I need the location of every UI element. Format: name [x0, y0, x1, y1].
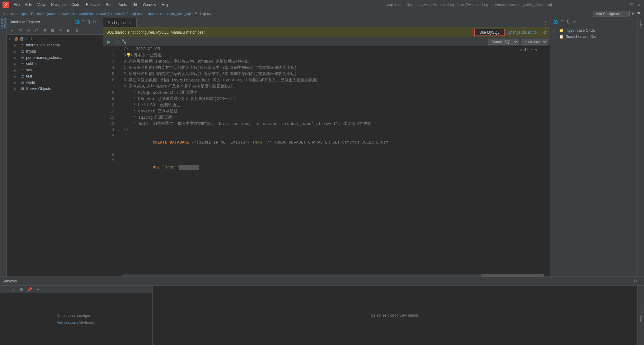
- db-filter2-btn[interactable]: ⊻: [73, 27, 80, 33]
- breadcrumb-desktop[interactable]: Desktop: [31, 12, 44, 16]
- rp-settings-icon[interactable]: ⚙: [572, 20, 576, 24]
- right-panel-header: 🌐 ☰ ⇅ ⚙ −: [550, 18, 637, 26]
- schema-icon2: 🗃: [20, 49, 25, 54]
- tab-close-button[interactable]: ×: [128, 21, 133, 25]
- code-line-17: 17 USE `shop`;________: [103, 158, 550, 177]
- code-line-10: 10 * HeidiSQL 已测试通过: [103, 102, 550, 108]
- add-service-anchor[interactable]: Add service: [57, 320, 76, 325]
- menu-item-run[interactable]: Run: [103, 2, 115, 8]
- code-line-8: 8 * MySQL Workbench 已测试通过: [103, 90, 550, 96]
- code-line-9: 9 * DBeaver 已测试通过(使用"执行SQL脚本(CTR+x)"): [103, 96, 550, 102]
- tree-test[interactable]: ▶ 🗃 test: [13, 73, 103, 79]
- files-strip[interactable]: Files: [637, 18, 644, 276]
- db-edit-btn[interactable]: ✎: [57, 27, 64, 33]
- menu-item-window[interactable]: Window: [140, 2, 159, 8]
- tree-information-schema[interactable]: ▶ 🗃 information_schema: [13, 42, 103, 48]
- close-button[interactable]: ×: [637, 2, 642, 7]
- db-refresh-btn[interactable]: ↺: [25, 27, 32, 33]
- db-new-btn[interactable]: +: [9, 27, 16, 33]
- right-tree-mysql-base[interactable]: ▶ 📁 mysql-base C:\Us: [550, 27, 637, 34]
- tab-more-button[interactable]: ⋮: [541, 21, 550, 25]
- db-explorer-icon[interactable]: Database Explorer: [1, 21, 6, 26]
- minimize-button[interactable]: −: [622, 2, 627, 7]
- maximize-button[interactable]: □: [629, 2, 634, 7]
- dialect-warning-bar: SQL dialect is not configured. MySQL, Ma…: [103, 27, 550, 37]
- breadcrumb-jupter[interactable]: jupter: [47, 12, 56, 16]
- breadcrumb-gxx[interactable]: gxx: [22, 12, 27, 16]
- breadcrumb-wonderful[interactable]: wonderful-sql-main(1): [79, 12, 112, 16]
- menu-item-edit[interactable]: Edit: [23, 2, 34, 8]
- wrench-button[interactable]: 🔧: [121, 39, 127, 45]
- services-pin[interactable]: 📌: [26, 286, 33, 292]
- bottom-panel: Services ⚙ − ↑ ↓ ⊞ 📌 + No services confi…: [0, 276, 644, 345]
- tree-sys[interactable]: ▶ 🗃 sys: [13, 67, 103, 73]
- breadcrumb-wonderful2[interactable]: wonderful-sql-main: [115, 12, 144, 16]
- db-sync-btn[interactable]: ⇄: [33, 27, 40, 33]
- h-scrollbar[interactable]: [122, 274, 544, 276]
- add-service-link[interactable]: Add service (Alt+Insert): [57, 320, 96, 325]
- db-tree: ▼ @ @localhost 7 ▶ 🗃 information_schema …: [7, 35, 103, 276]
- structure-strip[interactable]: Structure: [637, 286, 644, 345]
- rp-minimize-icon[interactable]: −: [579, 20, 581, 24]
- code-line-13: 13 * 命令行 测试未通过. 插入中文数据时提示" Data too long…: [103, 121, 550, 127]
- menu-item-navigate[interactable]: Navigate: [49, 2, 68, 8]
- db-split-icon[interactable]: ⇅: [87, 20, 91, 24]
- search-icon[interactable]: 🔍: [637, 12, 642, 16]
- code-editor[interactable]: 1 ▽ /* 2022.02.05 2 S💡L脚本的一些要点: 3 0.存储引擎…: [103, 46, 550, 276]
- db-settings-icon[interactable]: ⚙: [92, 20, 96, 24]
- breadcrumb-datawhale[interactable]: datawhale: [59, 12, 75, 16]
- db-table-btn[interactable]: ▦: [49, 27, 56, 33]
- add-configuration-button[interactable]: Add Configuration...: [593, 11, 630, 17]
- code-line-4: 4 1.所有表名所使用的英文字母都改为小写(后续章节中,SQL查询中的表名也需要…: [103, 65, 550, 71]
- menu-item-help[interactable]: Help: [159, 2, 172, 8]
- run-query-button[interactable]: ▶: [106, 39, 112, 45]
- tree-mysql[interactable]: ▶ 🗃 mysql: [13, 48, 103, 54]
- breadcrumb-create[interactable]: create_table_sql: [166, 12, 191, 16]
- menu-item-refactor[interactable]: Refactor: [83, 2, 102, 8]
- menu-item-file[interactable]: File: [11, 2, 22, 8]
- session-selector[interactable]: <session>: [521, 39, 548, 45]
- schema-icon6: 🗃: [20, 74, 25, 79]
- breadcrumb-materials[interactable]: materials: [148, 12, 162, 16]
- run-icon[interactable]: ▶: [632, 12, 635, 16]
- tree-localhost[interactable]: ▼ @ @localhost 7: [7, 36, 103, 42]
- tab-shop-sql[interactable]: 🗄 shop.sql ×: [103, 18, 137, 27]
- menu-item-git[interactable]: Git: [130, 2, 139, 8]
- breadcrumb-users[interactable]: Users: [10, 12, 19, 16]
- services-add[interactable]: +: [34, 286, 41, 292]
- services-settings-icon[interactable]: ⚙: [633, 279, 637, 283]
- tree-world[interactable]: ▶ 🗃 world: [13, 79, 103, 86]
- dialect-gear-button[interactable]: ⚙: [543, 30, 547, 35]
- rp-filter-icon[interactable]: ☰: [560, 20, 564, 24]
- change-dialect-button[interactable]: Change dialect to...: [508, 30, 540, 35]
- db-minimize-icon[interactable]: −: [98, 20, 101, 24]
- menu-item-code[interactable]: Code: [69, 2, 83, 8]
- rp-globe-icon[interactable]: 🌐: [553, 20, 558, 24]
- db-filter-icon[interactable]: ☰: [82, 20, 85, 24]
- db-toolbar: + ⧉ ↺ ⇄ ⊞ ▦ ✎ ▶ ⊻: [7, 26, 103, 35]
- db-schema-btn[interactable]: ⊞: [41, 27, 48, 33]
- dialect-selector[interactable]: Generic SQL MySQL: [488, 39, 519, 45]
- menu-item-view[interactable]: View: [35, 2, 48, 8]
- right-tree-scratches[interactable]: ▶ 📋 Scratches and Con: [550, 34, 637, 40]
- tree-server-objects[interactable]: ▶ 🖥 Server Objects: [13, 86, 103, 92]
- db-globe-icon[interactable]: 🌐: [75, 20, 80, 24]
- db-children: ▶ 🗃 information_schema ▶ 🗃 mysql ▶ 🗃 per…: [7, 42, 103, 92]
- db-copy-btn[interactable]: ⧉: [17, 27, 24, 33]
- rp-split-icon[interactable]: ⇅: [566, 20, 570, 24]
- services-sort-asc[interactable]: ↑: [2, 286, 9, 292]
- services-minimize-icon[interactable]: −: [639, 279, 642, 283]
- use-mysql-button[interactable]: Use MySQL: [474, 29, 505, 36]
- schema-icon5: 🗃: [20, 68, 25, 73]
- services-group[interactable]: ⊞: [18, 286, 25, 292]
- stop-query-button[interactable]: ⬛: [113, 39, 120, 45]
- tree-performance-schema[interactable]: ▶ 🗃 performance_schema: [13, 54, 103, 61]
- tree-sakila[interactable]: ▶ 🗃 sakila: [13, 61, 103, 67]
- services-sort-desc[interactable]: ↓: [10, 286, 17, 292]
- h-scrollbar-thumb[interactable]: [482, 274, 544, 276]
- breadcrumb-c[interactable]: C:: [2, 12, 6, 16]
- expand-icon[interactable]: ∧: [530, 48, 533, 52]
- menu-item-tools[interactable]: Tools: [115, 2, 129, 8]
- db-run-btn[interactable]: ▶: [65, 27, 72, 33]
- collapse-icon[interactable]: ∨: [535, 48, 538, 52]
